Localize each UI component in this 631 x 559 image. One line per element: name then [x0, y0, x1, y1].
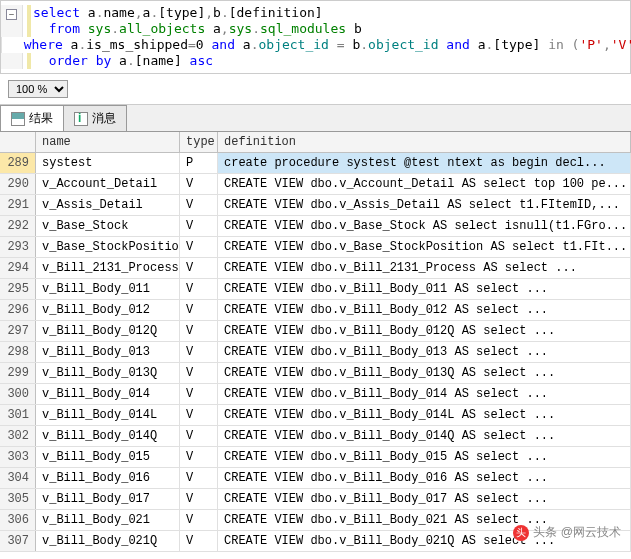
- table-row[interactable]: 299v_Bill_Body_013QV CREATE VIEW dbo.v_B…: [0, 363, 631, 384]
- cell-type[interactable]: V: [180, 405, 218, 425]
- row-number[interactable]: 303: [0, 447, 36, 467]
- column-header-definition[interactable]: definition: [218, 132, 631, 152]
- table-row[interactable]: 291v_Assis_DetailV CREATE VIEW dbo.v_Ass…: [0, 195, 631, 216]
- cell-definition[interactable]: CREATE VIEW dbo.v_Bill_Body_014 AS selec…: [218, 384, 631, 404]
- cell-definition[interactable]: CREATE VIEW dbo.v_Bill_Body_012Q AS sele…: [218, 321, 631, 341]
- row-number[interactable]: 301: [0, 405, 36, 425]
- row-number[interactable]: 297: [0, 321, 36, 341]
- table-row[interactable]: 289systestPcreate procedure systest @tes…: [0, 153, 631, 174]
- row-number[interactable]: 306: [0, 510, 36, 530]
- table-row[interactable]: 306v_Bill_Body_021V CREATE VIEW dbo.v_Bi…: [0, 510, 631, 531]
- cell-type[interactable]: V: [180, 531, 218, 551]
- cell-name[interactable]: v_Bill_Body_015: [36, 447, 180, 467]
- cell-name[interactable]: v_Account_Detail: [36, 174, 180, 194]
- row-number[interactable]: 299: [0, 363, 36, 383]
- cell-name[interactable]: v_Bill_Body_014L: [36, 405, 180, 425]
- cell-name[interactable]: v_Bill_Body_012Q: [36, 321, 180, 341]
- cell-name[interactable]: v_Bill_Body_014Q: [36, 426, 180, 446]
- editor-line[interactable]: order by a.[name] asc: [1, 53, 630, 69]
- cell-definition[interactable]: CREATE VIEW dbo.v_Bill_Body_013 AS selec…: [218, 342, 631, 362]
- tab-results[interactable]: 结果: [0, 105, 64, 131]
- cell-definition[interactable]: CREATE VIEW dbo.v_Bill_Body_017 AS selec…: [218, 489, 631, 509]
- cell-definition[interactable]: CREATE VIEW dbo.v_Bill_Body_021Q AS sele…: [218, 531, 631, 551]
- table-row[interactable]: 307v_Bill_Body_021QV CREATE VIEW dbo.v_B…: [0, 531, 631, 552]
- cell-definition[interactable]: CREATE VIEW dbo.v_Bill_Body_014Q AS sele…: [218, 426, 631, 446]
- row-number[interactable]: 305: [0, 489, 36, 509]
- cell-name[interactable]: v_Bill_Body_013: [36, 342, 180, 362]
- row-number[interactable]: 290: [0, 174, 36, 194]
- cell-name[interactable]: v_Bill_2131_Process: [36, 258, 180, 278]
- cell-definition[interactable]: CREATE VIEW dbo.v_Assis_Detail AS select…: [218, 195, 631, 215]
- row-number[interactable]: 294: [0, 258, 36, 278]
- cell-type[interactable]: V: [180, 174, 218, 194]
- cell-type[interactable]: V: [180, 300, 218, 320]
- row-number[interactable]: 300: [0, 384, 36, 404]
- cell-type[interactable]: V: [180, 363, 218, 383]
- cell-definition[interactable]: CREATE VIEW dbo.v_Bill_Body_015 AS selec…: [218, 447, 631, 467]
- table-row[interactable]: 305v_Bill_Body_017V CREATE VIEW dbo.v_Bi…: [0, 489, 631, 510]
- column-header-name[interactable]: name: [36, 132, 180, 152]
- cell-name[interactable]: v_Base_Stock: [36, 216, 180, 236]
- cell-definition[interactable]: CREATE VIEW dbo.v_Bill_Body_013Q AS sele…: [218, 363, 631, 383]
- tab-messages[interactable]: 消息: [63, 105, 127, 131]
- row-number[interactable]: 296: [0, 300, 36, 320]
- table-row[interactable]: 296v_Bill_Body_012V CREATE VIEW dbo.v_Bi…: [0, 300, 631, 321]
- cell-name[interactable]: v_Bill_Body_013Q: [36, 363, 180, 383]
- cell-type[interactable]: V: [180, 195, 218, 215]
- cell-definition[interactable]: create procedure systest @test ntext as …: [218, 153, 631, 173]
- row-number[interactable]: 289: [0, 153, 36, 173]
- cell-definition[interactable]: CREATE VIEW dbo.v_Bill_Body_021 AS selec…: [218, 510, 631, 530]
- cell-type[interactable]: V: [180, 426, 218, 446]
- row-number[interactable]: 304: [0, 468, 36, 488]
- cell-definition[interactable]: CREATE VIEW dbo.v_Bill_Body_012 AS selec…: [218, 300, 631, 320]
- cell-definition[interactable]: CREATE VIEW dbo.v_Bill_Body_014L AS sele…: [218, 405, 631, 425]
- results-grid[interactable]: name type definition 289systestPcreate p…: [0, 132, 631, 552]
- row-number[interactable]: 298: [0, 342, 36, 362]
- cell-type[interactable]: V: [180, 447, 218, 467]
- cell-type[interactable]: V: [180, 510, 218, 530]
- editor-line[interactable]: where a.is_ms_shipped=0 and a.object_id …: [1, 37, 630, 53]
- cell-name[interactable]: v_Assis_Detail: [36, 195, 180, 215]
- cell-type[interactable]: V: [180, 279, 218, 299]
- cell-type[interactable]: V: [180, 216, 218, 236]
- row-number[interactable]: 295: [0, 279, 36, 299]
- cell-type[interactable]: V: [180, 342, 218, 362]
- cell-name[interactable]: v_Bill_Body_011: [36, 279, 180, 299]
- editor-line[interactable]: from sys.all_objects a,sys.sql_modules b: [1, 21, 630, 37]
- zoom-select[interactable]: 100 %: [8, 80, 68, 98]
- row-number[interactable]: 291: [0, 195, 36, 215]
- cell-definition[interactable]: CREATE VIEW dbo.v_Bill_Body_016 AS selec…: [218, 468, 631, 488]
- cell-type[interactable]: V: [180, 384, 218, 404]
- cell-type[interactable]: V: [180, 237, 218, 257]
- cell-name[interactable]: v_Base_StockPosition: [36, 237, 180, 257]
- table-row[interactable]: 293v_Base_StockPositionV CREATE VIEW dbo…: [0, 237, 631, 258]
- table-row[interactable]: 298v_Bill_Body_013V CREATE VIEW dbo.v_Bi…: [0, 342, 631, 363]
- row-number[interactable]: 302: [0, 426, 36, 446]
- table-row[interactable]: 292v_Base_StockV CREATE VIEW dbo.v_Base_…: [0, 216, 631, 237]
- cell-name[interactable]: v_Bill_Body_016: [36, 468, 180, 488]
- table-row[interactable]: 290v_Account_DetailV CREATE VIEW dbo.v_A…: [0, 174, 631, 195]
- cell-name[interactable]: v_Bill_Body_012: [36, 300, 180, 320]
- cell-name[interactable]: v_Bill_Body_021: [36, 510, 180, 530]
- cell-name[interactable]: systest: [36, 153, 180, 173]
- cell-type[interactable]: V: [180, 258, 218, 278]
- editor-line[interactable]: −select a.name,a.[type],b.[definition]: [1, 5, 630, 21]
- row-number[interactable]: 293: [0, 237, 36, 257]
- table-row[interactable]: 300v_Bill_Body_014V CREATE VIEW dbo.v_Bi…: [0, 384, 631, 405]
- table-row[interactable]: 294v_Bill_2131_ProcessV CREATE VIEW dbo.…: [0, 258, 631, 279]
- table-row[interactable]: 295v_Bill_Body_011V CREATE VIEW dbo.v_Bi…: [0, 279, 631, 300]
- cell-type[interactable]: V: [180, 489, 218, 509]
- table-row[interactable]: 302v_Bill_Body_014QV CREATE VIEW dbo.v_B…: [0, 426, 631, 447]
- table-row[interactable]: 297v_Bill_Body_012QVCREATE VIEW dbo.v_Bi…: [0, 321, 631, 342]
- cell-type[interactable]: V: [180, 468, 218, 488]
- cell-definition[interactable]: CREATE VIEW dbo.v_Bill_2131_Process AS s…: [218, 258, 631, 278]
- table-row[interactable]: 304v_Bill_Body_016V CREATE VIEW dbo.v_Bi…: [0, 468, 631, 489]
- row-number[interactable]: 292: [0, 216, 36, 236]
- row-number[interactable]: 307: [0, 531, 36, 551]
- cell-type[interactable]: V: [180, 321, 218, 341]
- cell-definition[interactable]: CREATE VIEW dbo.v_Bill_Body_011 AS selec…: [218, 279, 631, 299]
- cell-name[interactable]: v_Bill_Body_021Q: [36, 531, 180, 551]
- table-row[interactable]: 301v_Bill_Body_014LV CREATE VIEW dbo.v_B…: [0, 405, 631, 426]
- cell-name[interactable]: v_Bill_Body_014: [36, 384, 180, 404]
- cell-type[interactable]: P: [180, 153, 218, 173]
